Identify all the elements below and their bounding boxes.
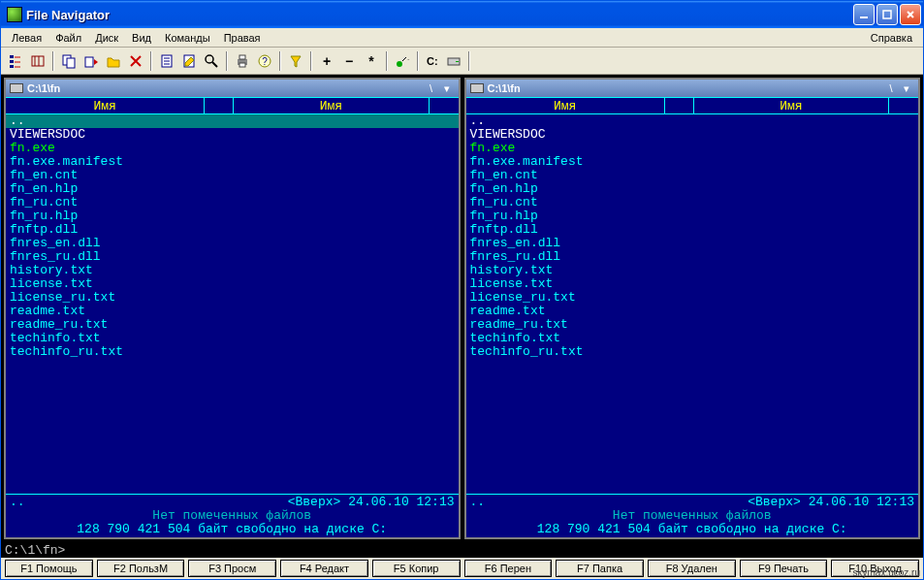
left-panel-tab[interactable]: C:\1\fn \ ▾: [6, 80, 459, 97]
file-row[interactable]: license_ru.txt: [466, 291, 919, 305]
svg-rect-14: [239, 63, 245, 67]
tool-edit-icon[interactable]: [178, 50, 200, 72]
file-row[interactable]: fn.exe: [466, 142, 919, 155]
left-panel-dropdown[interactable]: ▾: [439, 82, 455, 95]
right-col-ext2[interactable]: [889, 98, 918, 113]
fkey-f5[interactable]: F5 Копир: [372, 560, 461, 577]
file-row[interactable]: fn_en.cnt: [6, 169, 459, 182]
right-file-list[interactable]: ..VIEWERSDOCfn.exefn.exe.manifestfn_en.c…: [466, 114, 919, 494]
fkey-f9[interactable]: F9 Печать: [740, 560, 828, 577]
fkey-f8[interactable]: F8 Удален: [648, 560, 736, 577]
menu-disk[interactable]: Диск: [88, 30, 125, 46]
tool-help-icon[interactable]: ?: [254, 50, 275, 72]
file-row[interactable]: fn.exe.manifest: [6, 155, 459, 169]
left-foot-mid: <Вверх>: [25, 496, 349, 509]
right-panel-tab[interactable]: C:\1\fn \ ▾: [466, 80, 919, 97]
right-panel-dropdown[interactable]: ▾: [899, 82, 914, 95]
tool-move-icon[interactable]: [80, 50, 102, 72]
tool-tree-icon[interactable]: [5, 50, 26, 72]
close-button[interactable]: [900, 4, 921, 25]
menu-commands[interactable]: Команды: [158, 30, 217, 46]
fkey-f2[interactable]: F2 ПользМ: [97, 560, 185, 577]
left-col-name2[interactable]: Имя: [234, 98, 429, 113]
file-row[interactable]: license_ru.txt: [6, 291, 459, 305]
file-row[interactable]: techinfo.txt: [466, 332, 919, 345]
svg-rect-0: [860, 16, 868, 18]
file-row[interactable]: readme_ru.txt: [6, 318, 459, 332]
fkey-f3[interactable]: F3 Просм: [188, 560, 276, 577]
file-row[interactable]: license.txt: [6, 277, 459, 291]
file-row[interactable]: license.txt: [466, 277, 919, 291]
file-row[interactable]: fn_ru.cnt: [466, 196, 919, 209]
file-row[interactable]: fnftp.dll: [466, 223, 919, 237]
right-foot-left: ..: [470, 496, 486, 509]
file-row[interactable]: history.txt: [466, 264, 919, 277]
file-row[interactable]: fn.exe.manifest: [466, 155, 919, 169]
file-row[interactable]: readme_ru.txt: [466, 318, 919, 332]
file-row[interactable]: fn_en.cnt: [466, 169, 919, 182]
file-row[interactable]: techinfo_ru.txt: [6, 345, 459, 359]
left-col-ext[interactable]: [205, 98, 234, 113]
menu-left[interactable]: Левая: [5, 30, 48, 46]
left-foot-left: ..: [10, 496, 25, 509]
svg-point-17: [397, 61, 402, 67]
menu-help[interactable]: Справка: [864, 30, 919, 46]
file-row[interactable]: VIEWERSDOC: [6, 128, 459, 142]
tool-copy-icon[interactable]: [58, 50, 80, 72]
svg-rect-1: [883, 11, 891, 18]
tool-brief-icon[interactable]: [27, 50, 48, 72]
file-row[interactable]: VIEWERSDOC: [466, 128, 919, 142]
right-panel-root-btn[interactable]: \: [883, 82, 899, 94]
file-row[interactable]: techinfo_ru.txt: [466, 345, 919, 359]
file-row[interactable]: fn_ru.hlp: [6, 209, 459, 223]
minimize-button[interactable]: [853, 4, 875, 25]
file-row[interactable]: ..: [466, 114, 919, 128]
file-row[interactable]: fn_en.hlp: [6, 182, 459, 196]
right-col-name1[interactable]: Имя: [466, 98, 665, 113]
fkey-f7[interactable]: F7 Папка: [556, 560, 644, 577]
file-row[interactable]: fnres_en.dll: [6, 237, 459, 250]
maximize-button[interactable]: [876, 4, 898, 25]
menu-right[interactable]: Правая: [217, 30, 268, 46]
tool-filter-icon[interactable]: [285, 50, 306, 72]
file-row[interactable]: history.txt: [6, 264, 459, 277]
menu-file[interactable]: Файл: [48, 30, 88, 46]
left-foot-free: 128 790 421 504 байт свободно на диске C…: [10, 523, 455, 536]
tool-find-icon[interactable]: [201, 50, 222, 72]
right-col-ext[interactable]: [665, 98, 694, 113]
file-row[interactable]: fnres_ru.dll: [6, 250, 459, 264]
left-panel-root-btn[interactable]: \: [424, 82, 439, 94]
file-row[interactable]: fn_en.hlp: [466, 182, 919, 196]
tool-net-icon[interactable]: ..: [392, 50, 413, 72]
file-row[interactable]: fnres_ru.dll: [466, 250, 919, 264]
fkey-f4[interactable]: F4 Редакт: [280, 560, 368, 577]
fkey-f10[interactable]: F10 Выход: [831, 560, 919, 577]
tool-folder-icon[interactable]: [103, 50, 124, 72]
tool-view-icon[interactable]: [156, 50, 177, 72]
file-row[interactable]: fn.exe: [6, 142, 459, 155]
file-row[interactable]: ..: [6, 114, 459, 128]
file-row[interactable]: readme.txt: [466, 305, 919, 318]
left-col-name1[interactable]: Имя: [6, 98, 205, 113]
file-row[interactable]: fnftp.dll: [6, 223, 459, 237]
tool-select-plus-icon[interactable]: +: [316, 50, 337, 72]
file-row[interactable]: fn_ru.cnt: [6, 196, 459, 209]
menu-view[interactable]: Вид: [125, 30, 158, 46]
command-prompt: C:\1\fn>: [5, 543, 65, 558]
command-line[interactable]: C:\1\fn>: [1, 542, 923, 558]
tool-select-minus-icon[interactable]: −: [338, 50, 360, 72]
fkey-f1[interactable]: F1 Помощь: [5, 560, 93, 577]
left-file-list[interactable]: ..VIEWERSDOCfn.exefn.exe.manifestfn_en.c…: [6, 114, 459, 494]
tool-print-icon[interactable]: [232, 50, 253, 72]
left-col-ext2[interactable]: [430, 98, 459, 113]
tool-select-star-icon[interactable]: *: [361, 50, 382, 72]
tool-drive-icon[interactable]: [443, 50, 464, 72]
file-row[interactable]: fnres_en.dll: [466, 237, 919, 250]
tool-delete-icon[interactable]: [125, 50, 146, 72]
file-row[interactable]: fn_ru.hlp: [466, 209, 919, 223]
file-row[interactable]: readme.txt: [6, 305, 459, 318]
fkey-f6[interactable]: F6 Перен: [464, 560, 553, 577]
right-col-name2[interactable]: Имя: [694, 98, 889, 113]
main-area: C:\1\fn \ ▾ Имя Имя ..VIEWERSDOCfn.exefn…: [1, 75, 923, 542]
file-row[interactable]: techinfo.txt: [6, 332, 459, 345]
